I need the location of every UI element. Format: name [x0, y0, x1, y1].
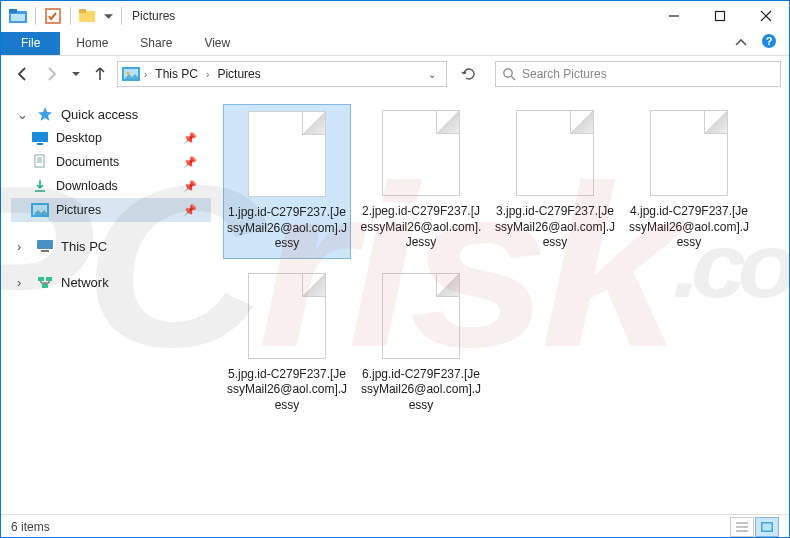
- ribbon: File Home Share View ?: [1, 31, 789, 56]
- close-button[interactable]: [743, 1, 789, 31]
- svg-rect-29: [42, 284, 48, 288]
- nav-label: Quick access: [61, 107, 138, 122]
- svg-point-15: [504, 69, 512, 77]
- folder-icon[interactable]: [7, 5, 29, 27]
- svg-rect-18: [37, 143, 43, 145]
- chevron-right-icon[interactable]: ›: [206, 69, 209, 80]
- item-count: 6 items: [11, 520, 50, 534]
- svg-rect-34: [763, 523, 772, 530]
- svg-rect-17: [32, 132, 48, 142]
- pin-icon[interactable]: 📌: [183, 156, 197, 169]
- file-tab[interactable]: File: [1, 32, 60, 55]
- refresh-button[interactable]: [455, 61, 483, 87]
- tab-home[interactable]: Home: [60, 31, 124, 56]
- downloads-icon: [31, 178, 49, 194]
- file-item[interactable]: 3.jpg.id-C279F237.[JessyMail26@aol.com].…: [491, 104, 619, 259]
- details-view-button[interactable]: [730, 517, 754, 537]
- window-controls: [651, 1, 789, 31]
- properties-icon[interactable]: [42, 5, 64, 27]
- nav-this-pc[interactable]: › This PC: [11, 234, 211, 258]
- file-blank-icon: [248, 273, 326, 359]
- body: ⌄ Quick access Desktop 📌 Documents 📌 Dow: [1, 92, 789, 514]
- chevron-right-icon[interactable]: ›: [144, 69, 147, 80]
- breadcrumb-dropdown-icon[interactable]: ⌄: [422, 69, 442, 80]
- star-icon: [36, 106, 54, 122]
- tab-share[interactable]: Share: [124, 31, 188, 56]
- expand-icon[interactable]: ›: [17, 239, 29, 254]
- address-bar-row: › This PC › Pictures ⌄ Search Pictures: [1, 56, 789, 92]
- expand-icon[interactable]: ⌄: [17, 107, 29, 122]
- up-button[interactable]: [87, 61, 113, 87]
- svg-rect-19: [35, 155, 44, 167]
- nav-label: Pictures: [56, 203, 101, 217]
- nav-quick-access[interactable]: ⌄ Quick access: [11, 102, 211, 126]
- tab-view[interactable]: View: [188, 31, 246, 56]
- ribbon-expand-icon[interactable]: [735, 34, 747, 52]
- status-bar: 6 items: [1, 514, 789, 538]
- search-input[interactable]: Search Pictures: [495, 61, 781, 87]
- search-placeholder: Search Pictures: [522, 67, 607, 81]
- svg-rect-28: [46, 277, 52, 281]
- svg-rect-26: [41, 250, 49, 252]
- desktop-icon: [31, 130, 49, 146]
- help-icon[interactable]: ?: [761, 33, 777, 53]
- svg-text:?: ?: [766, 35, 773, 47]
- view-switcher: [730, 517, 779, 537]
- back-button[interactable]: [9, 61, 35, 87]
- search-icon: [502, 67, 516, 81]
- svg-rect-1: [9, 9, 17, 13]
- file-view[interactable]: 1.jpg.id-C279F237.[JessyMail26@aol.com].…: [211, 92, 789, 514]
- sidebar-item-desktop[interactable]: Desktop 📌: [11, 126, 211, 150]
- recent-dropdown-icon[interactable]: [69, 61, 83, 87]
- sidebar-item-pictures[interactable]: Pictures 📌: [11, 198, 211, 222]
- this-pc-icon: [36, 238, 54, 254]
- pin-icon[interactable]: 📌: [183, 132, 197, 145]
- pictures-icon: [122, 67, 140, 81]
- minimize-button[interactable]: [651, 1, 697, 31]
- thumbnails-view-button[interactable]: [755, 517, 779, 537]
- maximize-button[interactable]: [697, 1, 743, 31]
- separator: [121, 7, 122, 25]
- file-name: 2.jpeg.id-C279F237.[JessyMail26@aol.com]…: [359, 204, 483, 251]
- sidebar-item-downloads[interactable]: Downloads 📌: [11, 174, 211, 198]
- svg-line-16: [512, 77, 516, 81]
- file-grid: 1.jpg.id-C279F237.[JessyMail26@aol.com].…: [223, 104, 785, 420]
- file-blank-icon: [516, 110, 594, 196]
- breadcrumb-segment[interactable]: This PC: [151, 67, 202, 81]
- file-blank-icon: [382, 110, 460, 196]
- file-item[interactable]: 1.jpg.id-C279F237.[JessyMail26@aol.com].…: [223, 104, 351, 259]
- forward-button[interactable]: [39, 61, 65, 87]
- pictures-icon: [31, 202, 49, 218]
- file-item[interactable]: 2.jpeg.id-C279F237.[JessyMail26@aol.com]…: [357, 104, 485, 259]
- quick-access-toolbar: [7, 5, 126, 27]
- nav-label: Downloads: [56, 179, 118, 193]
- qat-dropdown-icon[interactable]: [101, 5, 115, 27]
- title-bar: Pictures: [1, 1, 789, 31]
- file-item[interactable]: 4.jpg.id-C279F237.[JessyMail26@aol.com].…: [625, 104, 753, 259]
- breadcrumb-segment[interactable]: Pictures: [213, 67, 264, 81]
- sidebar-item-documents[interactable]: Documents 📌: [11, 150, 211, 174]
- separator: [35, 7, 36, 25]
- navigation-pane: ⌄ Quick access Desktop 📌 Documents 📌 Dow: [1, 92, 211, 514]
- separator: [70, 7, 71, 25]
- file-name: 4.jpg.id-C279F237.[JessyMail26@aol.com].…: [627, 204, 751, 251]
- svg-rect-27: [38, 277, 44, 281]
- explorer-window: Pictures File Home Share View ? › This P…: [0, 0, 790, 538]
- nav-network[interactable]: › Network: [11, 270, 211, 294]
- new-folder-icon[interactable]: [77, 5, 99, 27]
- nav-label: This PC: [61, 239, 107, 254]
- file-item[interactable]: 5.jpg.id-C279F237.[JessyMail26@aol.com].…: [223, 267, 351, 420]
- pin-icon[interactable]: 📌: [183, 180, 197, 193]
- svg-rect-2: [11, 14, 25, 21]
- breadcrumb[interactable]: › This PC › Pictures ⌄: [117, 61, 447, 87]
- file-item[interactable]: 6.jpg.id-C279F237.[JessyMail26@aol.com].…: [357, 267, 485, 420]
- expand-icon[interactable]: ›: [17, 275, 29, 290]
- file-name: 3.jpg.id-C279F237.[JessyMail26@aol.com].…: [493, 204, 617, 251]
- file-blank-icon: [650, 110, 728, 196]
- nav-label: Desktop: [56, 131, 102, 145]
- pin-icon[interactable]: 📌: [183, 204, 197, 217]
- svg-rect-7: [716, 12, 725, 21]
- file-name: 6.jpg.id-C279F237.[JessyMail26@aol.com].…: [359, 367, 483, 414]
- file-blank-icon: [248, 111, 326, 197]
- svg-rect-25: [37, 240, 53, 249]
